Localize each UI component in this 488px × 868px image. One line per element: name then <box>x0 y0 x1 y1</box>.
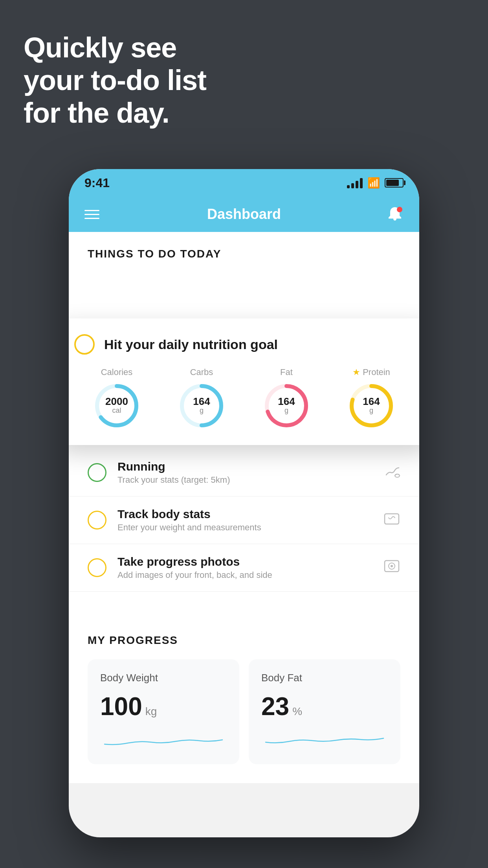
nutrition-card: Hit your daily nutrition goal Calories 2… <box>69 318 419 445</box>
progress-cards: Body Weight 100 kg Body Fat 23 % <box>88 659 400 764</box>
headline: Quickly see your to-do list for the day. <box>24 31 206 129</box>
nutrition-card-title: Hit your daily nutrition goal <box>104 337 278 352</box>
body-weight-card[interactable]: Body Weight 100 kg <box>88 659 239 764</box>
body-fat-card[interactable]: Body Fat 23 % <box>249 659 400 764</box>
calories-value: 2000 <box>105 396 128 406</box>
header-title: Dashboard <box>207 206 281 223</box>
carbs-item: Carbs 164 g <box>178 367 225 429</box>
body-fat-chart <box>261 730 388 750</box>
body-fat-unit: % <box>292 705 302 718</box>
scale-icon <box>383 510 400 531</box>
svg-point-0 <box>397 207 402 212</box>
status-icons: 📶 <box>347 177 404 189</box>
things-section-header: THINGS TO DO TODAY <box>69 232 419 268</box>
headline-line2: your to-do list <box>24 64 206 97</box>
running-title: Running <box>117 460 383 473</box>
status-time: 9:41 <box>84 176 110 190</box>
fat-value: 164 <box>278 396 295 406</box>
menu-icon[interactable] <box>84 210 99 219</box>
running-icon <box>383 464 400 482</box>
body-weight-title: Body Weight <box>100 672 227 684</box>
body-stats-text: Track body stats Enter your weight and m… <box>117 508 383 533</box>
body-fat-number: 23 <box>261 692 289 721</box>
calories-unit: cal <box>105 406 128 415</box>
body-stats-title: Track body stats <box>117 508 383 521</box>
running-text: Running Track your stats (target: 5km) <box>117 460 383 485</box>
wifi-icon: 📶 <box>367 177 380 189</box>
progress-photos-text: Take progress photos Add images of your … <box>117 555 383 580</box>
battery-icon <box>385 178 404 188</box>
nutrition-circles: Calories 2000 cal Carbs <box>74 367 414 429</box>
bell-icon[interactable] <box>386 206 404 223</box>
calories-item: Calories 2000 cal <box>93 367 140 429</box>
body-stats-subtitle: Enter your weight and measurements <box>117 522 383 533</box>
protein-item: ★ Protein 164 g <box>348 367 395 429</box>
todo-item-running[interactable]: Running Track your stats (target: 5km) <box>69 449 419 497</box>
progress-photos-circle <box>88 558 106 577</box>
carbs-unit: g <box>193 406 210 415</box>
svg-point-13 <box>391 565 393 567</box>
protein-ring: 164 g <box>348 382 395 429</box>
phone-frame: 9:41 📶 Dashboard <box>69 169 419 837</box>
nutrition-check-circle[interactable] <box>74 334 95 355</box>
protein-unit: g <box>363 406 380 415</box>
progress-photos-title: Take progress photos <box>117 555 383 568</box>
content-area: THINGS TO DO TODAY Hit your daily nutrit… <box>69 232 419 783</box>
fat-item: Fat 164 g <box>263 367 310 429</box>
progress-photos-subtitle: Add images of your front, back, and side <box>117 570 383 580</box>
fat-ring: 164 g <box>263 382 310 429</box>
todo-list: Running Track your stats (target: 5km) T… <box>69 449 419 592</box>
progress-section-title: MY PROGRESS <box>88 634 400 647</box>
status-bar: 9:41 📶 <box>69 169 419 197</box>
protein-label: ★ Protein <box>352 367 390 377</box>
carbs-ring: 164 g <box>178 382 225 429</box>
body-weight-number: 100 <box>100 692 142 721</box>
body-weight-value-row: 100 kg <box>100 692 227 721</box>
fat-label: Fat <box>280 367 293 377</box>
calories-label: Calories <box>101 367 133 377</box>
protein-value: 164 <box>363 396 380 406</box>
todo-item-body-stats[interactable]: Track body stats Enter your weight and m… <box>69 497 419 544</box>
carbs-value: 164 <box>193 396 210 406</box>
photo-icon <box>383 557 400 578</box>
headline-line3: for the day. <box>24 97 206 129</box>
body-weight-unit: kg <box>145 705 157 718</box>
carbs-label: Carbs <box>190 367 213 377</box>
body-fat-value-row: 23 % <box>261 692 388 721</box>
progress-section: MY PROGRESS Body Weight 100 kg Body Fat <box>69 615 419 783</box>
calories-ring: 2000 cal <box>93 382 140 429</box>
running-subtitle: Track your stats (target: 5km) <box>117 475 383 485</box>
app-header: Dashboard <box>69 197 419 232</box>
svg-rect-10 <box>385 514 399 524</box>
body-stats-circle <box>88 511 106 530</box>
todo-item-progress-photos[interactable]: Take progress photos Add images of your … <box>69 544 419 592</box>
body-weight-chart <box>100 730 227 750</box>
signal-icon <box>347 177 363 188</box>
running-circle <box>88 463 106 482</box>
body-fat-title: Body Fat <box>261 672 388 684</box>
star-icon: ★ <box>352 367 360 377</box>
headline-line1: Quickly see <box>24 31 206 64</box>
fat-unit: g <box>278 406 295 415</box>
